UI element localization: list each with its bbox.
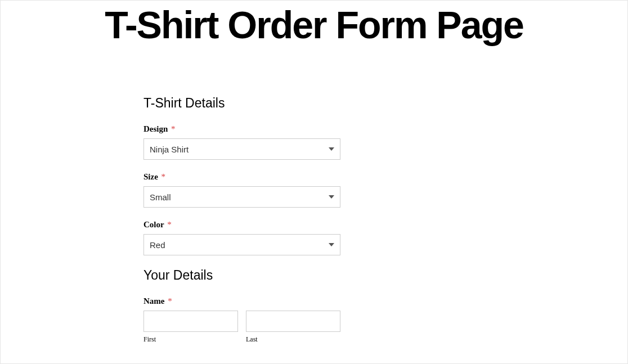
page-title: T-Shirt Order Form Page: [1, 1, 627, 45]
color-select[interactable]: Red: [143, 234, 340, 255]
name-label-text: Name: [143, 296, 165, 305]
your-details-heading: Your Details: [143, 268, 340, 283]
required-mark: *: [162, 172, 166, 181]
first-name-col: First: [143, 311, 238, 344]
size-label-text: Size: [143, 172, 158, 181]
size-field: Size * Small: [143, 172, 340, 208]
design-field: Design * Ninja Shirt: [143, 124, 340, 160]
color-label: Color *: [143, 220, 340, 230]
last-name-input[interactable]: [246, 311, 340, 332]
design-label-text: Design: [143, 124, 168, 133]
required-mark: *: [167, 220, 172, 229]
name-field: Name * First Last: [143, 296, 340, 344]
first-name-input[interactable]: [143, 311, 238, 332]
design-label: Design *: [143, 124, 340, 134]
last-name-col: Last: [246, 311, 340, 344]
order-form: T-Shirt Details Design * Ninja Shirt Siz…: [143, 96, 340, 344]
name-label: Name *: [143, 296, 340, 306]
last-name-sublabel: Last: [246, 335, 340, 344]
required-mark: *: [168, 296, 172, 305]
required-mark: *: [171, 124, 176, 133]
size-select[interactable]: Small: [143, 186, 340, 208]
tshirt-details-heading: T-Shirt Details: [143, 96, 340, 111]
name-row: First Last: [143, 311, 340, 344]
first-name-sublabel: First: [143, 335, 238, 344]
design-select[interactable]: Ninja Shirt: [143, 138, 340, 160]
color-label-text: Color: [143, 220, 164, 229]
color-field: Color * Red: [143, 220, 340, 255]
size-label: Size *: [143, 172, 340, 182]
